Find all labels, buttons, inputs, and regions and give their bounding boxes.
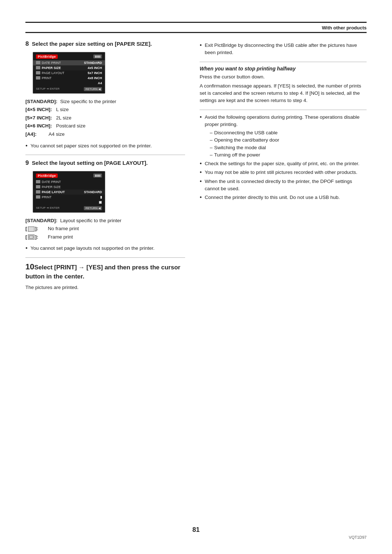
step8-desc-list: [STANDARD]: Size specific to the printer…	[25, 98, 185, 138]
step9-heading-text: Select the layout setting on [PAGE LAYOU…	[32, 160, 148, 166]
step9-row4: PRINT ▮	[33, 195, 105, 200]
halfway-heading: When you want to stop printing halfway	[200, 66, 367, 72]
step9-desc-noframe: []: No frame print	[25, 225, 185, 232]
step9-screen-titlebar: PictBridge ▮▮▮▮	[33, 173, 105, 179]
right-bullets: Avoid the following operations during pr…	[200, 114, 367, 201]
halfway-body1: Press the cursor button down.	[200, 73, 367, 81]
step10-heading-text: Select [PRINT] → [YES] and then press th…	[25, 264, 180, 280]
step9-row5: ▣	[33, 200, 105, 205]
avoid-item-dial: Switching the mode dial	[210, 144, 367, 151]
step8-row3: PAGE LAYOUT 5x7 INCH	[33, 70, 105, 76]
step8-screen-titlebar: PictBridge ▮▮▮▮	[33, 54, 105, 60]
step8-desc-5x7: [5×7 INCH]: 2L size	[25, 114, 185, 122]
step8-divider	[25, 155, 185, 155]
step8-row5: A4	[33, 81, 105, 86]
step8-row2: PAPER SIZE 4x5 INCH	[33, 65, 105, 70]
content-area: 8 Select the paper size setting on [PAPE…	[25, 33, 367, 293]
step9-note: You cannot set page layouts not supporte…	[25, 245, 185, 252]
step9-desc-frame: []: Frame print	[25, 233, 185, 241]
step9-row1: DATE PRINT	[33, 179, 105, 184]
right-divider1	[200, 62, 367, 62]
avoid-item-power: Turning off the power	[210, 151, 367, 159]
step9: 9 Select the layout setting on [PAGE LAY…	[25, 159, 185, 252]
step8-row1-icon	[36, 61, 40, 64]
step8-heading: 8 Select the paper size setting on [PAPE…	[25, 40, 185, 48]
step9-bullet-list: You cannot set page layouts not supporte…	[25, 245, 185, 252]
step9-desc-standard: [STANDARD]: Layout specific to the print…	[25, 217, 185, 224]
step9-num: 9	[25, 159, 29, 166]
step8-desc-a4: [A4]: A4 size	[25, 131, 185, 138]
right-column: Exit PictBridge by disconnecting the USB…	[200, 40, 367, 293]
step8: 8 Select the paper size setting on [PAPE…	[25, 40, 185, 150]
avoid-item-usb: Disconnecting the USB cable	[210, 129, 367, 137]
step9-screen-footer: SETUP ➜ ENTER RETURN ◀	[33, 205, 105, 211]
step8-screen-footer: SETUP ➜ ENTER RETURN ◀	[33, 86, 105, 92]
step8-brand: PictBridge	[36, 54, 58, 59]
page: With other products 8 Select the paper s…	[0, 0, 392, 554]
header-label: With other products	[322, 25, 367, 30]
step8-row4-icon	[36, 76, 40, 80]
step9-row3: PAGE LAYOUT STANDARD	[33, 190, 105, 195]
page-num-row: 81	[25, 526, 367, 534]
halfway-body2: A confirmation message appears. If [YES]…	[200, 82, 367, 105]
step9-row1-icon	[36, 180, 40, 183]
step8-desc-4x5: [4×5 INCH]: L size	[25, 106, 185, 113]
step8-desc-standard: [STANDARD]: Size specific to the printer	[25, 98, 185, 105]
right-divider2	[200, 110, 367, 110]
right-bullet-check: Check the settings for the paper size, q…	[200, 160, 367, 167]
step8-row1: DATE PRINT STANDARD	[33, 60, 105, 65]
step8-desc-4x6: [4×6 INCH]: Postcard size	[25, 122, 185, 130]
header-row: With other products	[25, 23, 367, 32]
model-number: VQT1D97	[349, 535, 367, 539]
step8-battery: ▮▮▮▮	[93, 54, 102, 58]
right-bullet-still: You may not be able to print still pictu…	[200, 169, 367, 176]
step9-row3-icon	[36, 190, 40, 194]
avoid-sublist: Disconnecting the USB cable Opening the …	[210, 129, 367, 159]
step10: 10Select [PRINT] → [YES] and then press …	[25, 261, 185, 292]
step9-divider	[25, 257, 185, 258]
right-bullet-exit: Exit PictBridge by disconnecting the USB…	[200, 42, 367, 57]
step8-screen: PictBridge ▮▮▮▮ DATE PRINT STANDARD PAPE…	[33, 52, 105, 94]
step9-brand: PictBridge	[36, 174, 58, 178]
step9-heading: 9 Select the layout setting on [PAGE LAY…	[25, 159, 185, 167]
right-bullet-connect: Connect the printer directly to this uni…	[200, 194, 367, 201]
step9-row2-icon	[36, 185, 40, 188]
right-top-bullets: Exit PictBridge by disconnecting the USB…	[200, 42, 367, 57]
right-bullet-avoid: Avoid the following operations during pr…	[200, 114, 367, 159]
step9-desc-list: [STANDARD]: Layout specific to the print…	[25, 217, 185, 241]
step10-body: The pictures are printed.	[25, 284, 185, 291]
step10-num: 10	[25, 262, 34, 271]
step10-heading: 10Select [PRINT] → [YES] and then press …	[25, 261, 185, 281]
avoid-item-door: Opening the card/battery door	[210, 137, 367, 144]
step9-row2: PAPER SIZE	[33, 184, 105, 190]
left-column: 8 Select the paper size setting on [PAPE…	[25, 40, 185, 293]
step9-footer-right: RETURN ◀	[84, 206, 102, 210]
step9-footer-left: SETUP ➜ ENTER	[36, 206, 60, 210]
no-frame-icon	[28, 227, 34, 232]
step8-note: You cannot set paper sizes not supported…	[25, 142, 185, 150]
step8-num: 8	[25, 40, 29, 47]
step8-row3-icon	[36, 71, 40, 74]
step9-row4-icon	[36, 195, 40, 199]
page-footer: 81 VQT1D97	[0, 526, 392, 539]
step8-bullet-list: You cannot set paper sizes not supported…	[25, 142, 185, 150]
page-number: 81	[192, 526, 200, 534]
step8-row4: PRINT 4x8 INCH	[33, 76, 105, 81]
step9-battery: ▮▮▮▮	[93, 174, 102, 178]
step8-footer-right: RETURN ◀	[84, 87, 102, 91]
step9-screen: PictBridge ▮▮▮▮ DATE PRINT PAPER SIZE	[33, 171, 105, 213]
step8-heading-text: Select the paper size setting on [PAPER …	[32, 41, 152, 47]
frame-icon	[28, 235, 34, 240]
step8-row2-icon	[36, 66, 40, 69]
section-halfway: When you want to stop printing halfway P…	[200, 66, 367, 105]
step8-footer-left: SETUP ➜ ENTER	[36, 87, 60, 91]
right-bullet-dpof: When the unit is connected directly to t…	[200, 178, 367, 193]
